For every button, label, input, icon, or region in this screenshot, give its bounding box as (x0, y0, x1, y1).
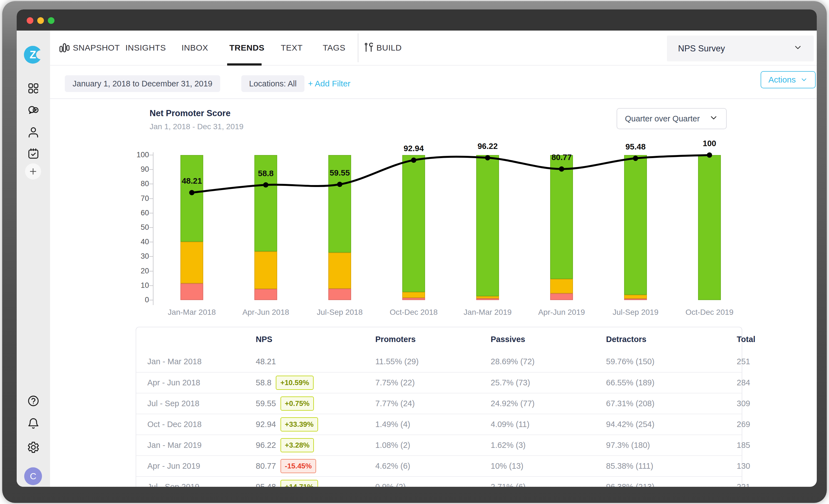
y-axis-tick (149, 213, 153, 214)
y-axis-tick-label: 40 (127, 238, 149, 246)
close-window-button[interactable] (27, 17, 33, 24)
nps-change-badge: +33.39% (281, 417, 318, 431)
y-axis-tick-label: 90 (127, 165, 149, 173)
snapshot-icon (59, 42, 71, 54)
survey-selector-value: NPS Survey (678, 44, 725, 53)
y-axis-tick (149, 169, 153, 170)
cell-passives: 2.71% (6) (491, 482, 606, 487)
cell-nps: 80.77-15.45% (256, 459, 375, 473)
chevron-down-icon (800, 76, 808, 84)
cell-promoters: 1.49% (4) (375, 420, 491, 429)
cell-passives: 28.69% (72) (491, 357, 606, 366)
user-avatar[interactable]: C (24, 467, 42, 485)
notifications-icon[interactable] (27, 417, 40, 430)
y-axis-tick (149, 285, 153, 286)
nps-change-badge: +14.71% (281, 480, 318, 487)
nav-divider (358, 33, 358, 62)
x-axis-label: Apr-Jun 2018 (227, 308, 305, 317)
top-green-segment (180, 155, 203, 242)
y-axis-tick-label: 80 (127, 180, 149, 188)
middle-orange-segment (476, 296, 499, 299)
nps-value: 58.8 (256, 378, 271, 387)
nps-table: NPS Promoters Passives Detractors Total … (136, 327, 742, 487)
cell-period: Jul - Sep 2018 (147, 399, 256, 408)
interval-selector[interactable]: Quarter over Quarter (617, 108, 727, 129)
nps-value-label: 80.77 (534, 153, 589, 162)
cell-promoters: 1.08% (2) (375, 441, 491, 450)
add-filter-link[interactable]: + Add Filter (308, 75, 351, 92)
y-axis-tick (149, 271, 153, 271)
cell-nps: 96.22+3.28% (256, 438, 375, 452)
table-row: Jan - Mar 201996.22+3.28%1.08% (2)1.62% … (136, 434, 742, 455)
col-total: Total (737, 335, 755, 344)
tab-trends[interactable]: TRENDS (229, 31, 264, 65)
middle-orange-segment (624, 295, 647, 299)
zonka-logo[interactable]: Z (24, 46, 42, 64)
tab-build[interactable]: BUILD (376, 31, 402, 65)
cell-promoters: 7.75% (22) (375, 378, 491, 387)
help-icon[interactable] (27, 394, 40, 407)
nps-value: 95.48 (256, 482, 276, 487)
conversations-icon[interactable] (27, 104, 40, 117)
tab-tags[interactable]: TAGS (323, 31, 345, 65)
tab-insights[interactable]: INSIGHTS (125, 31, 166, 65)
cell-detractors: 59.76% (150) (606, 357, 737, 366)
bottom-red-segment (402, 298, 425, 300)
locations-filter[interactable]: Locations: All (241, 75, 304, 92)
nps-change-badge: +0.75% (281, 396, 314, 411)
x-axis-label: Jul-Sep 2019 (597, 308, 675, 317)
contacts-icon[interactable] (27, 126, 40, 139)
date-range-filter[interactable]: January 1, 2018 to December 31, 2019 (65, 75, 220, 92)
top-green-segment (698, 155, 721, 300)
y-axis-tick (149, 198, 153, 199)
tab-snapshot[interactable]: SNAPSHOT (73, 31, 120, 65)
cell-period: Apr - Jun 2018 (147, 378, 256, 387)
titlebar (17, 9, 817, 31)
y-axis-tick (149, 256, 153, 257)
apps-grid-icon[interactable] (27, 82, 40, 95)
nps-value-label: 100 (682, 139, 737, 148)
middle-orange-segment (550, 279, 573, 294)
bottom-red-segment (550, 294, 573, 300)
cell-nps: 59.55+0.75% (256, 396, 375, 411)
cell-period: Jan - Mar 2019 (147, 441, 256, 450)
y-axis-tick-label: 60 (127, 209, 149, 217)
cell-detractors: 67.31% (208) (606, 399, 737, 408)
add-button[interactable] (25, 163, 41, 180)
tab-text[interactable]: TEXT (281, 31, 303, 65)
bottom-red-segment (254, 289, 277, 300)
cell-detractors: 66.55% (189) (606, 378, 737, 387)
cell-total: 130 (737, 462, 750, 471)
x-axis-label: Apr-Jun 2019 (522, 308, 601, 317)
nps-value: 48.21 (256, 357, 276, 366)
settings-icon[interactable] (27, 441, 40, 454)
interval-selector-value: Quarter over Quarter (625, 114, 700, 123)
chevron-down-icon (709, 113, 718, 124)
y-axis-tick-label: 100 (127, 151, 149, 159)
actions-button[interactable]: Actions (761, 71, 816, 88)
nps-value: 59.55 (256, 399, 276, 408)
middle-orange-segment (402, 292, 425, 298)
nps-value: 92.94 (256, 420, 276, 429)
table-header: NPS Promoters Passives Detractors Total (136, 327, 742, 351)
nps-value-label: 48.21 (164, 177, 220, 186)
active-tab-underline (227, 63, 262, 66)
zoom-window-button[interactable] (48, 17, 55, 24)
cell-promoters: 0.9% (2) (375, 482, 491, 487)
table-row: Apr - Jun 201858.8+10.59%7.75% (22)25.7%… (136, 372, 742, 393)
survey-selector[interactable]: NPS Survey (667, 36, 814, 62)
cell-period: Jul - Sep 2019 (147, 482, 256, 487)
filter-bar: January 1, 2018 to December 31, 2019 Loc… (50, 66, 817, 99)
cell-passives: 25.7% (73) (491, 378, 606, 387)
minimize-window-button[interactable] (37, 17, 44, 24)
stacked-bar (476, 155, 499, 300)
cell-total: 221 (737, 482, 750, 487)
tab-inbox[interactable]: INBOX (182, 31, 208, 65)
cell-passives: 10% (13) (491, 462, 606, 471)
tasks-calendar-icon[interactable] (27, 147, 40, 160)
y-axis-tick-label: 70 (127, 194, 149, 203)
col-nps: NPS (256, 335, 375, 344)
cell-nps: 95.48+14.71% (256, 480, 375, 487)
y-axis (153, 152, 153, 305)
table-body: Jan - Mar 201848.2111.55% (29)28.69% (72… (136, 351, 742, 487)
